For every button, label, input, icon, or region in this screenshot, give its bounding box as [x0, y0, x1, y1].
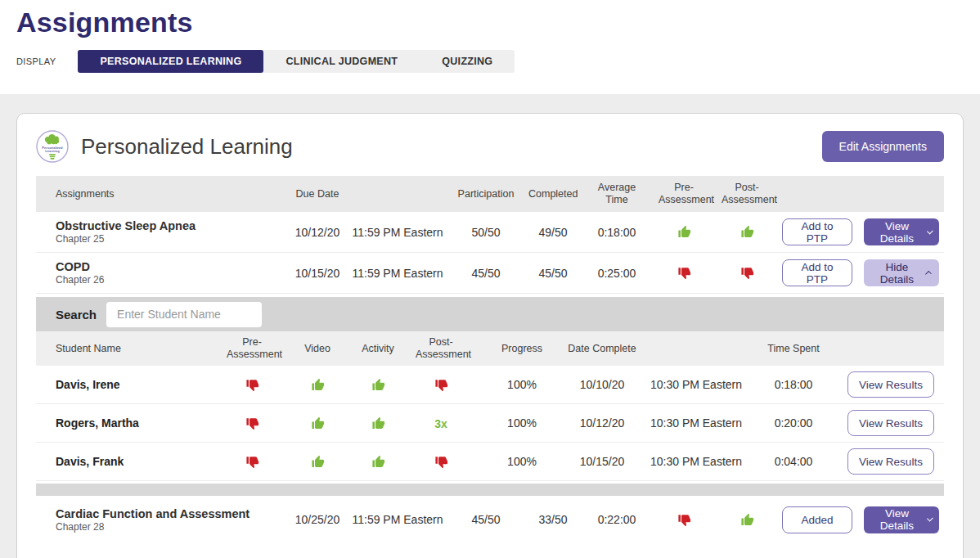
tabs-container: PERSONALIZED LEARNING CLINICAL JUDGMENT … [78, 50, 515, 73]
date-complete: 10/15/20 [561, 455, 643, 468]
due-date: 10/25/20 [283, 513, 352, 526]
activity-thumb-up-icon [371, 378, 385, 392]
video-thumb-up-icon [311, 416, 325, 430]
due-date: 10/12/20 [283, 226, 352, 239]
column-date-complete: Date Complete [561, 343, 643, 355]
tab-clinical-judgment[interactable]: CLINICAL JUDGMENT [263, 50, 420, 73]
column-pre-assessment: Pre-Assessment [226, 336, 278, 361]
average-time-value: 0:18:00 [578, 226, 656, 239]
column-student-name: Student Name [36, 343, 226, 355]
pre-assessment-thumb-down-icon [677, 513, 691, 527]
column-assignments: Assignments [36, 188, 283, 200]
column-time-spent: Time Spent [749, 343, 838, 355]
video-thumb-up-icon [311, 378, 325, 392]
add-to-ptp-button[interactable]: Add to PTP [782, 259, 852, 286]
column-pre-assessment: Pre-Assessment [656, 182, 712, 206]
progress-value: 100% [483, 378, 561, 391]
column-post-assessment: Post-Assessment [399, 336, 483, 361]
assignments-table-header: Assignments Due Date Participation Compl… [36, 176, 944, 212]
time-spent: 0:20:00 [749, 416, 838, 430]
view-results-button[interactable]: View Results [847, 448, 934, 475]
post-assessment-thumb-down-icon [434, 378, 448, 392]
completed-value: 45/50 [528, 267, 578, 280]
completed-value: 49/50 [528, 226, 578, 239]
student-name: Davis, Irene [36, 378, 226, 391]
activity-thumb-up-icon [371, 416, 385, 430]
pre-assessment-thumb-down-icon [245, 416, 259, 430]
details-bottom-divider [36, 484, 944, 496]
student-search-bar: Search [36, 297, 944, 331]
column-progress: Progress [483, 343, 561, 355]
display-label: DISPLAY [16, 56, 56, 66]
tab-personalized-learning[interactable]: PERSONALIZED LEARNING [78, 50, 263, 73]
page-header: Assignments DISPLAY PERSONALIZED LEARNIN… [0, 0, 980, 94]
time-complete: 10:30 PM Eastern [643, 416, 749, 430]
pre-assessment-thumb-down-icon [245, 378, 259, 392]
svg-text:Learning: Learning [45, 149, 60, 153]
post-assessment-thumb-down-icon [434, 455, 448, 469]
student-search-input[interactable] [106, 302, 262, 327]
student-row: Davis, Irene 100% 10/10/20 10:30 PM East… [36, 366, 944, 404]
assignment-chapter: Chapter 25 [56, 233, 283, 245]
post-assessment-retry-count: 3x [434, 417, 447, 430]
average-time-value: 0:25:00 [578, 267, 656, 280]
view-details-button[interactable]: View Details [864, 218, 939, 245]
date-complete: 10/12/20 [561, 416, 643, 430]
assignment-chapter: Chapter 26 [56, 274, 283, 286]
time-complete: 10:30 PM Eastern [643, 378, 749, 391]
panel-header: Personalized Learning Personalized Learn… [17, 114, 963, 176]
time-complete: 10:30 PM Eastern [643, 455, 749, 468]
column-due-date: Due Date [283, 188, 352, 200]
post-assessment-thumb-up-icon [740, 225, 754, 239]
due-date: 10/15/20 [283, 267, 352, 280]
participation-value: 45/50 [443, 513, 528, 526]
add-to-ptp-button[interactable]: Add to PTP [782, 218, 852, 245]
student-row: Rogers, Martha 3x 100% 10/12/20 10:30 PM… [36, 404, 944, 443]
hide-details-button[interactable]: Hide Details [864, 259, 939, 286]
tab-quizzing[interactable]: QUIZZING [420, 50, 515, 73]
column-video: Video [278, 343, 357, 355]
pre-assessment-thumb-up-icon [677, 225, 691, 239]
page-title: Assignments [16, 7, 980, 38]
column-post-assessment: Post-Assessment [712, 182, 782, 206]
assignment-row: Cardiac Function and Assessment Chapter … [36, 496, 944, 543]
assignment-row: COPD Chapter 26 10/15/20 11:59 PM Easter… [36, 253, 944, 294]
due-time: 11:59 PM Eastern [352, 513, 443, 526]
column-average-time: Average Time [578, 182, 656, 206]
student-name: Davis, Frank [36, 455, 226, 468]
pre-assessment-thumb-down-icon [245, 455, 259, 469]
added-button[interactable]: Added [782, 506, 852, 533]
view-results-button[interactable]: View Results [847, 410, 934, 436]
video-thumb-up-icon [311, 455, 325, 469]
pre-assessment-thumb-down-icon [677, 266, 691, 280]
participation-value: 45/50 [443, 267, 528, 280]
chevron-down-icon [927, 515, 933, 522]
tab-bar: DISPLAY PERSONALIZED LEARNING CLINICAL J… [16, 50, 980, 73]
due-time: 11:59 PM Eastern [352, 267, 443, 280]
edit-assignments-button[interactable]: Edit Assignments [822, 131, 944, 162]
personalized-learning-panel: Personalized Learning Personalized Learn… [16, 113, 964, 558]
assignment-title: COPD [56, 260, 283, 273]
student-row: Davis, Frank 100% 10/15/20 10:30 PM East… [36, 443, 944, 481]
activity-thumb-up-icon [371, 455, 385, 469]
search-label: Search [56, 308, 97, 322]
time-spent: 0:18:00 [749, 378, 838, 391]
personalized-learning-logo-icon: Personalized Learning [36, 130, 69, 163]
progress-value: 100% [483, 455, 561, 468]
column-activity: Activity [357, 343, 399, 355]
column-completed: Completed [528, 188, 578, 200]
student-name: Rogers, Martha [36, 416, 226, 430]
assignment-chapter: Chapter 28 [56, 521, 283, 533]
completed-value: 33/50 [528, 513, 578, 526]
due-time: 11:59 PM Eastern [352, 226, 443, 239]
date-complete: 10/10/20 [561, 378, 643, 391]
post-assessment-thumb-down-icon [740, 266, 754, 280]
progress-value: 100% [483, 416, 561, 430]
assignment-title: Obstructive Sleep Apnea [56, 219, 283, 232]
average-time-value: 0:22:00 [578, 513, 656, 526]
chevron-up-icon [925, 270, 932, 277]
time-spent: 0:04:00 [749, 455, 838, 468]
post-assessment-thumb-up-icon [740, 513, 754, 527]
view-details-button[interactable]: View Details [864, 506, 939, 533]
view-results-button[interactable]: View Results [847, 371, 934, 398]
